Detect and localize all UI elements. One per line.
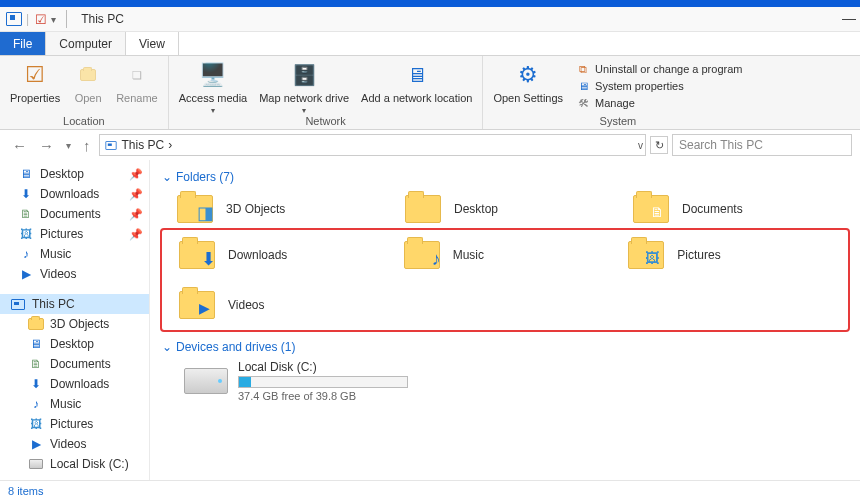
chevron-down-icon: ⌄ [162,170,172,184]
pin-icon: 📌 [129,228,143,241]
open-settings-button[interactable]: ⚙ Open Settings [489,60,567,104]
pin-icon: 📌 [129,188,143,201]
sidebar-item-videos-sub[interactable]: ▶ Videos [0,434,149,454]
tab-file[interactable]: File [0,32,46,55]
sidebar-item-downloads-sub[interactable]: ⬇ Downloads [0,374,149,394]
drive-usage-bar [238,376,408,388]
ribbon-tabs: File Computer View [0,32,860,56]
folder-tile-documents[interactable]: 🗎 Documents [630,190,850,228]
this-pc-icon [105,141,116,150]
chevron-down-icon: ⌄ [162,340,172,354]
disk-icon [184,368,228,394]
folder-icon: 🗎 [630,190,672,228]
folder-tile-music[interactable]: ♪ Music [401,236,618,274]
rename-button[interactable]: ❏ Rename [112,60,162,104]
open-icon [72,60,104,90]
ribbon: ☑ Properties Open ❏ Rename Location 🖥️ A… [0,56,860,130]
tab-computer[interactable]: Computer [46,32,126,55]
downloads-icon: ⬇ [18,187,34,201]
properties-button[interactable]: ☑ Properties [6,60,64,104]
minimize-button[interactable]: — [842,10,856,26]
system-properties-button[interactable]: 🖥 System properties [575,79,742,93]
title-bar: | ☑ ▾ This PC — [0,7,860,32]
qat-dropdown-icon[interactable]: ▾ [51,14,56,25]
sidebar-item-videos[interactable]: ▶ Videos [0,264,149,284]
tab-view[interactable]: View [126,32,179,55]
uninstall-icon: ⧉ [575,62,591,76]
uninstall-program-button[interactable]: ⧉ Uninstall or change a program [575,62,742,76]
sidebar-item-documents-sub[interactable]: 🗎 Documents [0,354,149,374]
qat-check-icon[interactable]: ☑ [35,12,47,27]
system-properties-icon: 🖥 [575,79,591,93]
sidebar-item-3d-objects[interactable]: 3D Objects [0,314,149,334]
folders-section-header[interactable]: ⌄ Folders (7) [162,170,850,184]
access-media-icon: 🖥️ [197,60,229,90]
folder-icon: ⬇ [176,236,218,274]
this-pc-icon [10,297,26,311]
breadcrumb[interactable]: This PC [122,138,165,152]
drive-usage-fill [239,377,251,387]
sidebar-item-music[interactable]: ♪ Music [0,244,149,264]
properties-icon: ☑ [19,60,51,90]
devices-section-header[interactable]: ⌄ Devices and drives (1) [162,340,850,354]
address-bar[interactable]: This PC › v [99,134,647,156]
sidebar-item-desktop[interactable]: 🖥 Desktop 📌 [0,164,149,184]
drive-free-text: 37.4 GB free of 39.8 GB [238,390,408,402]
ribbon-group-network: 🖥️ Access media ▾ 🗄️ Map network drive ▾… [169,56,484,129]
pin-icon: 📌 [129,208,143,221]
sidebar-item-music-sub[interactable]: ♪ Music [0,394,149,414]
settings-gear-icon: ⚙ [512,60,544,90]
search-placeholder: Search This PC [679,138,763,152]
rename-icon: ❏ [121,60,153,90]
folder-tile-3d-objects[interactable]: ◨ 3D Objects [174,190,394,228]
ribbon-group-location: ☑ Properties Open ❏ Rename Location [0,56,169,129]
sidebar-item-local-disk[interactable]: Local Disk (C:) [0,454,149,474]
add-location-icon: 🖥 [401,60,433,90]
map-drive-icon: 🗄️ [288,60,320,90]
folder-icon [402,190,444,228]
drive-tile-local-disk[interactable]: Local Disk (C:) 37.4 GB free of 39.8 GB [184,360,850,402]
content-pane: ⌄ Folders (7) ◨ 3D Objects Desktop 🗎 Doc… [150,160,860,480]
qat-separator: | [26,12,29,26]
videos-icon: ▶ [18,267,34,281]
manage-icon: 🛠 [575,96,591,110]
ribbon-group-system: ⚙ Open Settings ⧉ Uninstall or change a … [483,56,752,129]
navigation-row: ← → ▾ ↑ This PC › v ↻ Search This PC [0,130,860,160]
folder-icon: ◨ [174,190,216,228]
manage-button[interactable]: 🛠 Manage [575,96,742,110]
folder-tile-desktop[interactable]: Desktop [402,190,622,228]
open-button[interactable]: Open [68,60,108,104]
chevron-right-icon[interactable]: › [168,138,172,152]
access-media-button[interactable]: 🖥️ Access media ▾ [175,60,251,115]
up-button[interactable]: ↑ [79,137,95,154]
pictures-icon: 🖼 [28,417,44,431]
main-area: 🖥 Desktop 📌 ⬇ Downloads 📌 🗎 Documents 📌 … [0,160,860,480]
folder-tile-videos[interactable]: ▶ Videos [176,286,393,324]
desktop-icon: 🖥 [28,337,44,351]
status-bar: 8 items [0,480,860,500]
sidebar-item-downloads[interactable]: ⬇ Downloads 📌 [0,184,149,204]
sidebar-item-desktop-sub[interactable]: 🖥 Desktop [0,334,149,354]
folder-icon: ▶ [176,286,218,324]
desktop-icon: 🖥 [18,167,34,181]
sidebar-item-pictures-sub[interactable]: 🖼 Pictures [0,414,149,434]
refresh-button[interactable]: ↻ [650,136,668,154]
folder-icon [28,317,44,331]
sidebar-item-this-pc[interactable]: This PC [0,294,149,314]
chevron-down-icon: ▾ [302,106,306,115]
search-input[interactable]: Search This PC [672,134,852,156]
drive-label: Local Disk (C:) [238,360,408,374]
add-network-location-button[interactable]: 🖥 Add a network location [357,60,476,104]
downloads-icon: ⬇ [28,377,44,391]
recent-dropdown-icon[interactable]: ▾ [62,140,75,151]
folder-tile-pictures[interactable]: 🖼 Pictures [625,236,842,274]
title-divider [66,10,67,28]
back-button[interactable]: ← [8,137,31,154]
address-dropdown-icon[interactable]: v [638,140,643,151]
forward-button[interactable]: → [35,137,58,154]
sidebar-item-documents[interactable]: 🗎 Documents 📌 [0,204,149,224]
folder-tile-downloads[interactable]: ⬇ Downloads [176,236,393,274]
map-network-drive-button[interactable]: 🗄️ Map network drive ▾ [255,60,353,115]
window-top-strip [0,0,860,7]
sidebar-item-pictures[interactable]: 🖼 Pictures 📌 [0,224,149,244]
